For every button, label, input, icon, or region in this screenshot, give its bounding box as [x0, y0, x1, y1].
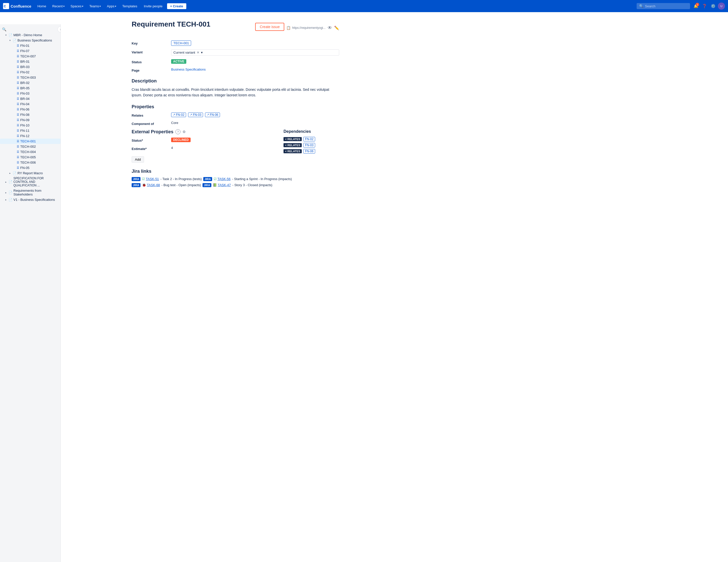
- gear-icon[interactable]: ⚙: [183, 130, 186, 134]
- requirement-icon: ☰: [17, 145, 19, 148]
- dep-fn03-link[interactable]: FN-03: [303, 143, 315, 148]
- sidebar-item-fn06[interactable]: ☰ FN-06: [0, 107, 60, 112]
- sidebar-item-business-specifications[interactable]: ▾ 📄 Business Specifications: [0, 38, 60, 43]
- requirement-icon: ☰: [17, 118, 19, 122]
- sidebar-item-fn02[interactable]: ☰ FN-02: [0, 70, 60, 75]
- task56-text: - Starting a Sprint - In Progress (impac…: [232, 177, 292, 181]
- nav-templates[interactable]: Templates: [120, 3, 139, 9]
- dependencies-header: Dependencies: [284, 129, 339, 134]
- sidebar-item-tech006[interactable]: ☰ TECH-006: [0, 160, 60, 165]
- sidebar-search[interactable]: 🔍: [0, 26, 60, 32]
- task56-id: TASK-56: [217, 177, 231, 181]
- help-icon[interactable]: ?: [175, 129, 180, 134]
- clear-variant-icon[interactable]: ✕: [197, 51, 199, 54]
- sidebar-item-fn12[interactable]: ☰ FN-12: [0, 133, 60, 139]
- requirement-icon: ☰: [17, 129, 19, 132]
- jira-task51-link[interactable]: ☑ TASK-51: [142, 177, 159, 181]
- sidebar-item-fn11[interactable]: ☰ FN-11: [0, 128, 60, 133]
- relates-fn03-link[interactable]: ↗ FN-03: [188, 113, 203, 117]
- sidebar-item-tech002[interactable]: ☰ TECH-002: [0, 144, 60, 149]
- task47-id: TASK-47: [218, 183, 231, 187]
- sidebar-item-mbr-home[interactable]: ▾ 📄 MBR - Démo Home: [0, 32, 60, 38]
- relates-label-2: < RELATES: [284, 143, 302, 147]
- task-check-icon: ☑: [214, 177, 217, 181]
- nav-home[interactable]: Home: [35, 3, 48, 9]
- page-icon: 📄: [13, 172, 16, 175]
- create-button[interactable]: + Create: [167, 3, 186, 9]
- relates-label-3: < RELATES: [284, 149, 302, 153]
- jira-badge-3: JIRA: [132, 183, 140, 187]
- nav-teams[interactable]: Teams ▾: [87, 3, 103, 9]
- sidebar-item-br05[interactable]: ☰ BR-05: [0, 86, 60, 91]
- task-story-icon: 📗: [213, 183, 217, 187]
- relates-fn06-link[interactable]: ↗ FN-06: [205, 113, 220, 117]
- jira-task56-link[interactable]: ☑ TASK-56: [214, 177, 231, 181]
- search-input[interactable]: [645, 4, 687, 8]
- notification-badge: 1: [696, 3, 699, 6]
- teams-arrow-icon: ▾: [99, 5, 101, 8]
- sidebar-item-spec-control[interactable]: ▸ 📄 SPECIFICATION FOR CONTROL AND QUALIF…: [0, 176, 60, 188]
- sidebar-item-fn10[interactable]: ☰ FN-10: [0, 123, 60, 128]
- sidebar-item-tech005[interactable]: ☰ TECH-005: [0, 155, 60, 160]
- sidebar-item-tech007[interactable]: ☰ TECH-007: [0, 54, 60, 59]
- sidebar-item-br04[interactable]: ☰ BR-04: [0, 96, 60, 101]
- create-issue-button[interactable]: Create issue: [255, 23, 284, 31]
- dependencies-col: Dependencies < RELATES FN-02 < RELATES F…: [284, 129, 339, 163]
- status-label: Status: [132, 59, 167, 64]
- page-icon: 📄: [13, 39, 16, 42]
- jira-badge-2: JIRA: [203, 177, 212, 181]
- view-icon[interactable]: 👁: [328, 25, 332, 31]
- notifications-button[interactable]: 🔔 1: [692, 2, 700, 10]
- nav-apps[interactable]: Apps ▾: [105, 3, 118, 9]
- user-avatar[interactable]: U: [718, 3, 725, 10]
- add-button[interactable]: Add: [132, 156, 144, 163]
- relates-fn02-link[interactable]: ↗ FN-02: [171, 113, 186, 117]
- description-text: Cras blandit iaculis lacus at convallis.…: [132, 87, 339, 98]
- field-page: Page Business Specifications: [132, 68, 339, 72]
- sidebar-item-ry-report[interactable]: ▸ 📄 RY Report Macro: [0, 171, 60, 176]
- page-link[interactable]: Business Specifications: [171, 68, 206, 71]
- nav-spaces[interactable]: Spaces ▾: [69, 3, 85, 9]
- sidebar-item-fn01[interactable]: ☰ FN-01: [0, 43, 60, 48]
- dep-fn02-link[interactable]: FN-02: [303, 137, 315, 141]
- sidebar-item-fn03[interactable]: ☰ FN-03: [0, 91, 60, 96]
- sidebar-item-br03[interactable]: ☰ BR-03: [0, 64, 60, 70]
- sidebar-item-requirements-stakeholders[interactable]: ▸ 📄 Requirements from Stakeholders: [0, 188, 60, 197]
- confluence-logo[interactable]: C Confluence: [3, 3, 31, 9]
- copy-link-icon[interactable]: 📋: [286, 26, 291, 30]
- requirement-icon: ☰: [17, 55, 19, 58]
- task68-text: - Bug test - Open (impacts): [161, 183, 201, 187]
- status-value: ACTIVE: [171, 59, 339, 64]
- key-label: Key: [132, 40, 167, 45]
- variant-select[interactable]: Current variant ✕ ▾: [171, 49, 339, 56]
- sidebar-item-tech001[interactable]: ☰ TECH-001: [0, 139, 60, 144]
- jira-task47-link[interactable]: 📗 TASK-47: [213, 183, 231, 187]
- logo-text: Confluence: [11, 4, 31, 8]
- settings-button[interactable]: ⚙️: [709, 2, 717, 10]
- jira-task68-link[interactable]: 🐞 TASK-68: [142, 183, 160, 187]
- sidebar-search-icon: 🔍: [2, 27, 6, 31]
- estimate-value: 4: [171, 146, 268, 150]
- key-badge[interactable]: TECH-001: [171, 40, 191, 46]
- sidebar-item-fn04[interactable]: ☰ FN-04: [0, 101, 60, 107]
- sidebar-item-br01[interactable]: ☰ BR-01: [0, 59, 60, 64]
- sidebar-item-fn05[interactable]: ☰ FN-05: [0, 165, 60, 171]
- sidebar-item-fn09[interactable]: ☰ FN-09: [0, 117, 60, 123]
- edit-icon[interactable]: ✏️: [334, 26, 339, 30]
- field-variant: Variant Current variant ✕ ▾: [132, 49, 339, 56]
- help-button[interactable]: ❓: [701, 2, 708, 10]
- sidebar-item-fn07[interactable]: ☰ FN-07: [0, 48, 60, 54]
- sidebar-item-fn08[interactable]: ☰ FN-08: [0, 112, 60, 117]
- chevron-right-icon: ▸: [4, 191, 8, 194]
- sidebar-item-tech003[interactable]: ☰ TECH-003: [0, 75, 60, 80]
- requirement-icon: ☰: [17, 87, 19, 90]
- field-status: Status ACTIVE: [132, 59, 339, 64]
- sidebar-item-v1-business[interactable]: ▸ 📄 V1 - Business Specifications: [0, 197, 60, 202]
- chevron-down-icon: ▾: [201, 51, 203, 54]
- sidebar-item-br02[interactable]: ☰ BR-02: [0, 80, 60, 86]
- nav-recent[interactable]: Recent ▾: [50, 3, 66, 9]
- sidebar-item-tech004[interactable]: ☰ TECH-004: [0, 149, 60, 155]
- invite-people-button[interactable]: Invite people: [141, 3, 165, 9]
- dep-fn06-link[interactable]: FN-06: [303, 149, 315, 154]
- requirement-icon: ☰: [17, 102, 19, 106]
